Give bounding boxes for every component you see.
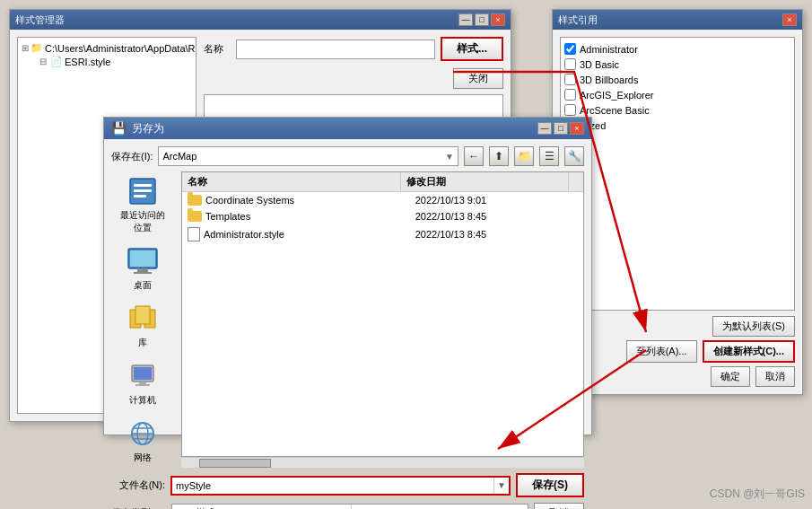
expand-icon-2: ⊟: [39, 57, 48, 66]
nav-desktop-label: 桌面: [134, 279, 152, 292]
file-label-1: Templates: [205, 211, 250, 222]
filename-input[interactable]: [172, 480, 493, 491]
style-manager-titlebar: 样式管理器 — □ ×: [10, 10, 511, 30]
folder-icon-0: [188, 195, 202, 206]
file-name-2: Administrator.style: [182, 226, 410, 242]
cancel-save-button[interactable]: 取消: [534, 503, 584, 509]
up-button[interactable]: ⬆: [489, 146, 509, 166]
check-3dbasic[interactable]: [564, 58, 576, 70]
add-to-list-button[interactable]: 至列表(A)...: [626, 340, 697, 363]
tree-root-label: C:\Users\Administrator\AppData\R...: [45, 43, 196, 54]
browser-area: 最近访问的位置 桌面 库: [111, 171, 584, 468]
file-name-1: Templates: [182, 210, 410, 223]
name-input[interactable]: [236, 39, 435, 59]
create-new-style-button[interactable]: 创建新样式(C)...: [703, 340, 795, 363]
file-row-0[interactable]: Coordinate Systems 2022/10/13 9:01: [182, 192, 583, 208]
filetype-row: 保存类型(T): Esri 样式(*.style) ▼ 取消: [111, 503, 584, 509]
location-row: 保存在(I): ArcMap ▼ ← ⬆ 📁 ☰ 🔧: [111, 146, 584, 166]
style-ref-close-btn[interactable]: ×: [782, 13, 797, 26]
ref-buttons: 为默认列表(S) 至列表(A)... 创建新样式(C)... 确定 取消: [560, 316, 795, 387]
svg-rect-1: [134, 184, 152, 187]
expand-icon: ⊞: [22, 43, 29, 53]
check-item-3dbasic: 3D Basic: [564, 57, 790, 72]
save-as-title: 另存为: [132, 121, 164, 136]
check-arcgis[interactable]: [564, 89, 576, 101]
current-location: ArcMap: [162, 151, 196, 162]
check-3dbillboards[interactable]: [564, 74, 576, 85]
desktop-icon: [127, 245, 159, 277]
col-header-spacer: [569, 172, 583, 191]
cancel-ref-button[interactable]: 取消: [755, 366, 795, 387]
nav-recent[interactable]: 最近访问的位置: [116, 171, 170, 238]
ref-btn-row-3: 确定 取消: [560, 366, 795, 387]
save-as-maximize[interactable]: □: [554, 122, 568, 135]
save-as-close[interactable]: ×: [570, 122, 584, 135]
check-arcscene-label: ArcScene Basic: [580, 105, 650, 116]
filetype-dropdown-arrow[interactable]: ▼: [351, 505, 528, 510]
col-header-name: 名称: [182, 172, 401, 191]
nav-recent-label: 最近访问的位置: [118, 209, 168, 234]
nav-library[interactable]: 库: [116, 299, 170, 353]
nav-computer[interactable]: 计算机: [116, 356, 170, 410]
file-date-1: 2022/10/13 8:45: [410, 210, 583, 223]
tree-item-root[interactable]: ⊞ 📁 C:\Users\Administrator\AppData\R...: [22, 41, 192, 55]
nav-desktop[interactable]: 桌面: [116, 241, 170, 295]
tools-button[interactable]: 🔧: [564, 146, 584, 166]
col-header-date: 修改日期: [401, 172, 569, 191]
location-label: 保存在(I):: [111, 150, 153, 163]
file-list-header: 名称 修改日期: [182, 172, 583, 192]
check-item-ized: ...ized: [564, 118, 790, 133]
file-row-1[interactable]: Templates 2022/10/13 8:45: [182, 208, 583, 224]
nav-network[interactable]: 网络: [116, 414, 170, 468]
nav-library-label: 库: [138, 337, 147, 349]
minimize-button[interactable]: —: [458, 13, 473, 26]
file-name-0: Coordinate Systems: [182, 194, 410, 206]
style-ref-titlebar: 样式引用 ×: [553, 10, 802, 30]
library-icon: [127, 303, 159, 335]
name-row: 名称 样式...: [204, 37, 503, 61]
check-admin[interactable]: [564, 43, 576, 55]
default-list-button[interactable]: 为默认列表(S): [712, 316, 795, 337]
style-ref-title: 样式引用: [558, 13, 598, 27]
svg-rect-12: [134, 367, 152, 380]
tree-item-esri[interactable]: ⊟ 📄 ESRI.style: [22, 55, 192, 68]
filename-row: 文件名(N): ▼ 保存(S): [111, 473, 584, 497]
view-button[interactable]: ☰: [539, 146, 559, 166]
checkbox-list: Administrator 3D Basic 3D Billboards Arc…: [560, 37, 795, 311]
style-ref-controls: ×: [782, 13, 797, 26]
svg-rect-7: [134, 272, 152, 274]
filename-dropdown-arrow[interactable]: ▼: [493, 478, 509, 494]
scrollbar-thumb[interactable]: [199, 459, 271, 468]
check-item-admin: Administrator: [564, 41, 790, 57]
file-label-2: Administrator.style: [204, 229, 284, 240]
network-icon: [127, 417, 159, 450]
file-row-2[interactable]: Administrator.style 2022/10/13 8:45: [182, 224, 583, 244]
filename-input-wrapper: ▼: [170, 476, 511, 496]
save-as-title-area: 💾 另存为: [111, 121, 164, 136]
check-3dbasic-label: 3D Basic: [580, 59, 619, 70]
window-controls: — □ ×: [458, 13, 505, 26]
confirm-button[interactable]: 确定: [711, 366, 750, 387]
new-folder-button[interactable]: 📁: [514, 146, 534, 166]
filename-label: 文件名(N):: [111, 478, 165, 492]
save-as-minimize[interactable]: —: [537, 122, 552, 135]
file-list: 名称 修改日期 Coordinate Systems 2022/10/13 9:…: [181, 171, 584, 457]
save-as-controls: — □ ×: [537, 122, 584, 135]
back-button[interactable]: ←: [464, 146, 484, 166]
save-as-dialog: 💾 另存为 — □ × 保存在(I): ArcMap ▼ ← ⬆ 📁 ☰ 🔧: [103, 117, 592, 435]
check-arcscene[interactable]: [564, 104, 576, 116]
check-admin-label: Administrator: [580, 44, 638, 55]
style-button[interactable]: 样式...: [441, 37, 503, 61]
file-date-2: 2022/10/13 8:45: [410, 228, 583, 241]
close-main-button[interactable]: 关闭: [453, 68, 503, 89]
close-button[interactable]: ×: [491, 13, 505, 26]
location-dropdown[interactable]: ArcMap ▼: [158, 146, 458, 166]
save-button[interactable]: 保存(S): [516, 473, 584, 497]
svg-rect-13: [139, 382, 146, 384]
name-label: 名称: [204, 42, 231, 56]
left-nav: 最近访问的位置 桌面 库: [111, 171, 174, 468]
svg-rect-2: [134, 189, 152, 192]
maximize-button[interactable]: □: [475, 13, 489, 26]
file-icon-2: [188, 227, 200, 241]
scrollbar-h[interactable]: [181, 457, 584, 468]
